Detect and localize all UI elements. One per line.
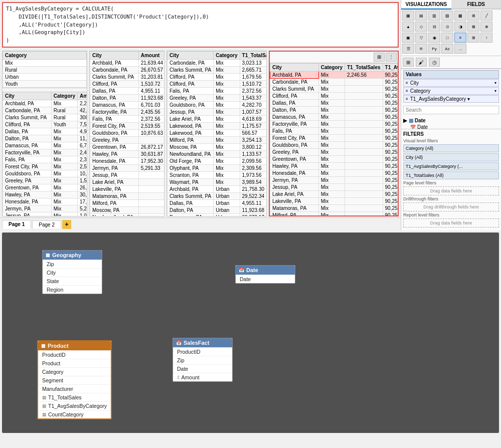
table-row: Damascus, PAMix90,256.05 — [270, 113, 398, 120]
viz-line[interactable]: ╱ — [480, 11, 492, 21]
salesfact-title: SalesFact — [184, 340, 209, 346]
viz-kpi[interactable]: ↑ — [480, 33, 492, 43]
prod-avgsales-row: ▦ T1_AvgSalesByCategory — [38, 401, 111, 410]
table-row: Milford, PA — [90, 199, 164, 206]
tab-visualizations[interactable]: VISUALIZATIONS — [401, 0, 451, 10]
viz-slicer[interactable]: ☰ — [402, 44, 414, 54]
table-row: Damascus, PAUrban30,872.17 — [168, 213, 267, 216]
tab-bar: Page 1 Page 2 + — [0, 217, 401, 231]
viz-table[interactable]: ≡ — [454, 33, 466, 43]
values-header[interactable]: Values — [403, 70, 499, 79]
viz-card[interactable]: □ — [441, 33, 453, 43]
viz-azure-map[interactable]: Az — [441, 44, 453, 54]
table-row: Dallas, PA4,955.11 — [90, 87, 164, 94]
right-sidebar: VISUALIZATIONS FIELDS ▦ ▤ ▥ ▨ ▩ ⊞ ╱ ▲ ◇ … — [401, 0, 501, 231]
viz-matrix[interactable]: ⊞ — [467, 33, 479, 43]
table-row: Milford, PAMix90,256.05 — [270, 211, 398, 216]
filter-totalsales[interactable]: T1_TotalSales (All) — [403, 171, 499, 179]
table-row: Lake Ariel, PA — [90, 178, 164, 185]
viz-gauge[interactable]: ◉ — [428, 33, 440, 43]
viz-funnel[interactable]: ▽ — [415, 33, 427, 43]
analytics-icon[interactable]: ◷ — [429, 58, 440, 67]
city-amount-table: City Amount Archbald, PA21,639.44Carbond… — [90, 51, 164, 216]
sf-amount-row: Σ Amount — [173, 373, 232, 381]
tab-page1[interactable]: Page 1 — [2, 220, 31, 229]
field-date-date[interactable]: 📅 Date — [402, 124, 500, 129]
table-row: Newfoundland, PA — [90, 213, 164, 216]
values-avgsales[interactable]: ≡ T1_AvgSalesByCategory ▾ — [403, 95, 499, 103]
table-row: Damascus, PAMix6,701.03 — [3, 142, 87, 149]
tab-page2[interactable]: Page 2 — [32, 220, 61, 229]
prod-totalsales-row: ▦ T1_TotalSales — [38, 393, 111, 401]
viz-100pct-bar[interactable]: ▥ — [428, 11, 440, 21]
tab-fields[interactable]: FIELDS — [451, 0, 502, 10]
field-date-label: Date — [417, 124, 428, 129]
sf-productid-row: ProductID — [173, 347, 232, 356]
geography-title: Geography — [52, 252, 81, 258]
viz-r-visual[interactable]: R — [415, 44, 427, 54]
table-row: Dalton, PAMix11,923.68 — [3, 135, 87, 142]
viz-stacked-bar[interactable]: ▦ — [402, 11, 414, 21]
table-row: Forest City, PAMix2,519.55 — [3, 163, 87, 170]
cat-urban: Urban — [3, 73, 87, 80]
format-icon[interactable]: 🖌 — [416, 58, 427, 67]
table-row: Lake Ariel, PAMix4,618.69 — [168, 115, 267, 122]
table-row: Jessup, PAMix1,007.57 — [168, 108, 267, 115]
table-row: Clarks Summit, PA31,203.81 — [90, 73, 164, 80]
city-category-table: City Category Amount Archbald, PAMix2,24… — [3, 92, 87, 216]
fields-search-input[interactable] — [403, 106, 499, 114]
viz-waterfall[interactable]: ⊟ — [428, 22, 440, 32]
drag-zone-drill: Drag drillthrough fields here — [403, 202, 499, 211]
th-amount: Amount — [78, 92, 87, 100]
table-row: Falis, PAMix2,372.56 — [168, 87, 267, 94]
th4-totalsales: T1_TotalSales — [345, 63, 383, 71]
viz-treemap[interactable]: ⊠ — [467, 22, 479, 32]
table-row: Forest City, PAMix90,256.05 — [270, 134, 398, 141]
table-sort-icon[interactable]: ⋮ — [386, 53, 397, 62]
viz-py-visual[interactable]: Py — [428, 44, 440, 54]
filter-category[interactable]: Category (All) — [403, 144, 499, 152]
date-table-header: 📅 Date — [236, 266, 295, 275]
table-row: Clarks Summit, PARural308,392.00 — [3, 114, 87, 121]
viz-area[interactable]: ▲ — [402, 22, 414, 32]
viz-ribbon[interactable]: ◇ — [415, 22, 427, 32]
field-group-date-header[interactable]: ▶ ▦ Date — [402, 117, 500, 124]
table-row: Archbald, PAUrban21,758.30 — [168, 185, 267, 192]
date-title: Date — [246, 267, 258, 273]
fields-icon[interactable]: ⊞ — [403, 58, 414, 67]
viz-100pct-col[interactable]: ⊞ — [467, 11, 479, 21]
viz-clustered-col[interactable]: ▩ — [454, 11, 466, 21]
cat-mix: Mix — [3, 59, 87, 66]
th2-city: City — [90, 51, 139, 59]
table-row: Moscow, PAMix3,800.12 — [168, 143, 267, 150]
table-row: Greeley, PA — [90, 136, 164, 143]
prod-totalsales-label: T1_TotalSales — [48, 394, 82, 400]
table-row: Jermyn, PAMix90,256.05 — [270, 176, 398, 183]
viz-pie[interactable]: ◑ — [454, 22, 466, 32]
date-date-row: Date — [236, 275, 295, 283]
table-row: Carbondale, PAMix3,023.13 — [168, 59, 267, 66]
table-row: Olyphant, PAMix2,309.56 — [168, 164, 267, 171]
values-category[interactable]: ≡ Category ▾ — [403, 87, 499, 95]
values-city[interactable]: ≡ City ▾ — [403, 79, 499, 87]
geo-city-row: City — [43, 268, 102, 277]
field-group-date: ▶ ▦ Date 📅 Date — [402, 117, 500, 129]
val-category-label: Category — [410, 88, 431, 94]
tab-add-button[interactable]: + — [62, 220, 71, 229]
drillthrough-label: Drillthrough filters — [403, 196, 499, 201]
table-row: Old Forge, PAMix2,099.56 — [168, 157, 267, 164]
th2-amount: Amount — [138, 51, 164, 59]
viz-more[interactable]: ... — [454, 44, 466, 54]
viz-map[interactable]: ⊕ — [480, 22, 492, 32]
viz-filled-map[interactable]: ▣ — [402, 33, 414, 43]
filter-city[interactable]: City (All) — [403, 153, 499, 161]
th4-city: City — [270, 63, 319, 71]
table-filter-icon[interactable]: ⊞ — [374, 53, 385, 62]
table-row: Greeley, PAMix90,256.05 — [270, 148, 398, 155]
viz-clustered-bar[interactable]: ▤ — [415, 11, 427, 21]
filter-avgsales[interactable]: T1_AvgSalesByCategory (... — [403, 162, 499, 170]
viz-scatter[interactable]: ⊙ — [441, 22, 453, 32]
table-row: Clarks Summit, PAMix2,665.71 — [168, 66, 267, 73]
th4-category: Category — [318, 63, 345, 71]
viz-stacked-col[interactable]: ▨ — [441, 11, 453, 21]
